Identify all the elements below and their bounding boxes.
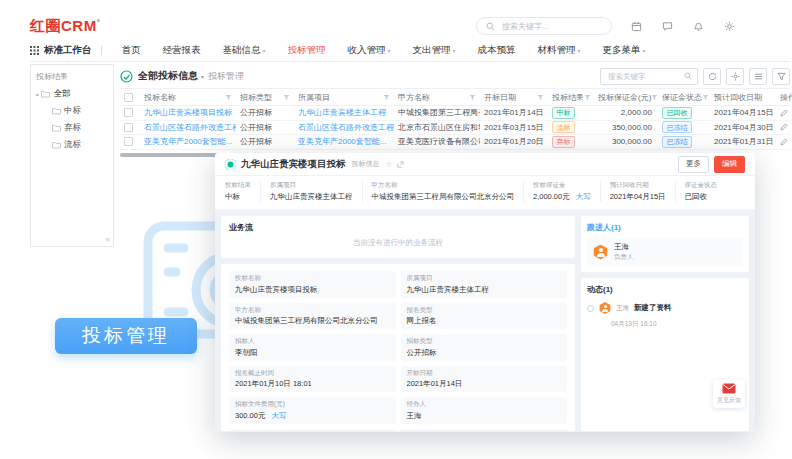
sidebar-item-abandoned[interactable]: 弃标 bbox=[52, 122, 108, 134]
nav-item-income[interactable]: 收入管理▾ bbox=[337, 44, 402, 57]
flow-empty-text: 当前没有进行中的业务流程 bbox=[229, 238, 567, 248]
nav-item-materials[interactable]: 材料管理▾ bbox=[527, 44, 592, 57]
nav-item-home[interactable]: 首页 bbox=[111, 44, 152, 57]
summary-field: 预计回收日期 2021年04月15日 bbox=[600, 181, 675, 202]
sidebar-item-all[interactable]: • 全部 bbox=[36, 88, 108, 100]
detail-field: 经办人王海 bbox=[401, 397, 568, 424]
filter-icon[interactable] bbox=[225, 94, 232, 101]
party-link[interactable]: 中城投集团第三工程局有限公司北京分公司 bbox=[235, 316, 390, 326]
nav-item-more-menu[interactable]: 更多菜单▾ bbox=[592, 44, 657, 57]
bid-name-link[interactable]: 石景山区莲石路外改造工程 bbox=[140, 122, 236, 133]
star-icon[interactable]: ☆ bbox=[386, 160, 393, 169]
uppercase-amount-link[interactable]: 大写 bbox=[576, 192, 591, 201]
bid-name-link[interactable]: 亚美克年产2000套智能... bbox=[140, 136, 236, 147]
edit-icon[interactable] bbox=[780, 109, 788, 117]
detail-field: 甲方名称中城投集团第三工程局有限公司北京分公司 bbox=[229, 303, 396, 330]
list-toolbar: 全部投标信息 ▾ 投标管理 bbox=[120, 64, 790, 88]
row-checkbox[interactable] bbox=[124, 123, 133, 132]
edit-button[interactable]: 编辑 bbox=[714, 156, 745, 173]
filter-icon[interactable] bbox=[469, 94, 476, 101]
nav-item-reports[interactable]: 经营报表 bbox=[152, 44, 212, 57]
summary-field: 所属项目 九华山庄贵宾楼主体工程 bbox=[260, 181, 362, 202]
activity-item[interactable]: 王海 新建了资料 bbox=[587, 302, 743, 314]
filter-icon[interactable] bbox=[584, 94, 591, 101]
detail-field: 报名类型网上报名 bbox=[401, 303, 568, 330]
summary-field: 甲方名称 中城投集团第三工程局有限公司北京分公司 bbox=[362, 181, 524, 202]
nav-divider bbox=[101, 46, 102, 55]
handler-link[interactable]: 王海 bbox=[407, 411, 562, 421]
nav-item-basic-info[interactable]: 基础信息▾ bbox=[212, 44, 277, 57]
bid-name-link[interactable]: 九华山庄贵宾楼项目投标 bbox=[140, 107, 236, 118]
feedback-widget[interactable]: 意见反馈 bbox=[713, 380, 745, 408]
activity-card: 动态(1) 王海 新建了资料 04月13日 16:10 bbox=[581, 278, 749, 431]
search-icon[interactable] bbox=[684, 72, 692, 80]
bid-list-panel: 全部投标信息 ▾ 投标管理 投标名称 招标类型 所属项目 甲方名称 开标日期 投… bbox=[120, 64, 790, 157]
bell-icon[interactable] bbox=[692, 20, 705, 33]
project-link[interactable]: 九华山庄贵宾楼主体工程 bbox=[294, 107, 394, 118]
row-checkbox[interactable] bbox=[124, 108, 133, 117]
edit-icon[interactable] bbox=[780, 138, 788, 146]
brand-logo: 红圈CRM° bbox=[30, 17, 100, 36]
search-icon bbox=[485, 20, 496, 33]
avatar bbox=[593, 245, 608, 260]
settings-button[interactable] bbox=[726, 68, 744, 85]
edit-icon[interactable] bbox=[780, 123, 788, 131]
dialog-title: 九华山庄贵宾楼项目投标 bbox=[241, 158, 346, 171]
follower-item[interactable]: 王海 负责人 bbox=[587, 238, 743, 266]
filter-icon[interactable] bbox=[651, 94, 658, 101]
list-search[interactable] bbox=[600, 68, 698, 85]
tree-bullet: • bbox=[36, 91, 38, 98]
workbench-switcher[interactable]: 标准工作台 bbox=[30, 44, 92, 57]
status-badge: 已冻结 bbox=[662, 121, 692, 133]
filter-icon[interactable] bbox=[537, 94, 544, 101]
project-link[interactable]: 亚美克年产2000套智能... bbox=[294, 136, 394, 147]
columns-button[interactable] bbox=[749, 68, 767, 85]
table-row[interactable]: 九华山庄贵宾楼项目投标 公开招标 九华山庄贵宾楼主体工程 中城投集团第三工程局有… bbox=[120, 106, 790, 121]
project-link[interactable]: 九华山庄贵宾楼主体工程 bbox=[407, 285, 562, 295]
grid-icon bbox=[30, 46, 39, 55]
list-search-input[interactable] bbox=[606, 71, 684, 82]
project-link[interactable]: 石景山区莲石路外改造工程 bbox=[294, 122, 394, 133]
table-row[interactable]: 石景山区莲石路外改造工程 公开招标 石景山区莲石路外改造工程 北京市石景山区住房… bbox=[120, 121, 790, 136]
filter-icon[interactable] bbox=[383, 94, 390, 101]
detail-field: 附件 bbox=[401, 429, 568, 432]
bid-record-icon bbox=[225, 159, 236, 170]
chevron-down-icon: ▾ bbox=[578, 47, 581, 54]
sidebar-item-failed[interactable]: 流标 bbox=[52, 139, 108, 151]
refresh-button[interactable] bbox=[703, 68, 721, 85]
global-search[interactable] bbox=[476, 17, 612, 35]
result-badge: 流标 bbox=[552, 121, 575, 133]
global-search-input[interactable] bbox=[500, 21, 603, 32]
party-link[interactable]: 中城投集团第三工程局有限公司北京分公司 bbox=[372, 192, 515, 202]
calendar-icon[interactable] bbox=[630, 20, 643, 33]
view-title[interactable]: 全部投标信息 bbox=[138, 69, 198, 83]
row-checkbox[interactable] bbox=[124, 137, 133, 146]
message-icon[interactable] bbox=[661, 20, 674, 33]
uppercase-amount-link[interactable]: 大写 bbox=[271, 411, 286, 420]
sidebar-item-won[interactable]: 中标 bbox=[52, 105, 108, 117]
detail-field: 所属项目九华山庄贵宾楼主体工程 bbox=[401, 271, 568, 298]
table-header-row: 投标名称 招标类型 所属项目 甲方名称 开标日期 投标结果 投标保证金(元) 保… bbox=[120, 88, 790, 106]
table-row[interactable]: 亚美克年产2000套智能... 公开招标 亚美克年产2000套智能... 亚美克… bbox=[120, 135, 790, 150]
chevron-down-icon[interactable]: ▾ bbox=[201, 73, 204, 80]
gear-icon[interactable] bbox=[723, 20, 736, 33]
nav-item-bidding[interactable]: 投标管理 bbox=[277, 44, 337, 57]
open-external-icon[interactable] bbox=[397, 161, 404, 168]
nav-item-budget[interactable]: 成本预算 bbox=[467, 44, 527, 57]
page: 红圈CRM° bbox=[0, 0, 792, 459]
chevron-down-icon: ▾ bbox=[263, 47, 266, 54]
nav-item-expense[interactable]: 支出管理▾ bbox=[402, 44, 467, 57]
filter-icon[interactable] bbox=[283, 94, 290, 101]
status-badge: 已冻结 bbox=[662, 136, 692, 148]
more-button[interactable]: 更多 bbox=[678, 156, 709, 173]
project-link[interactable]: 九华山庄贵宾楼主体工程 bbox=[270, 192, 353, 202]
detail-field: 招标文件费用(元)300.00元大写 bbox=[229, 397, 396, 424]
folder-icon bbox=[52, 124, 61, 132]
collapse-sidebar-icon[interactable]: « bbox=[106, 235, 110, 244]
logo-degree-mark: ° bbox=[97, 18, 101, 27]
main-nav: 标准工作台 首页 经营报表 基础信息▾ 投标管理 收入管理▾ 支出管理▾ 成本预… bbox=[30, 40, 790, 62]
feedback-label: 意见反馈 bbox=[717, 396, 741, 405]
select-all-checkbox[interactable] bbox=[124, 93, 133, 102]
filter-button[interactable] bbox=[772, 68, 790, 85]
filter-icon[interactable] bbox=[702, 94, 709, 101]
